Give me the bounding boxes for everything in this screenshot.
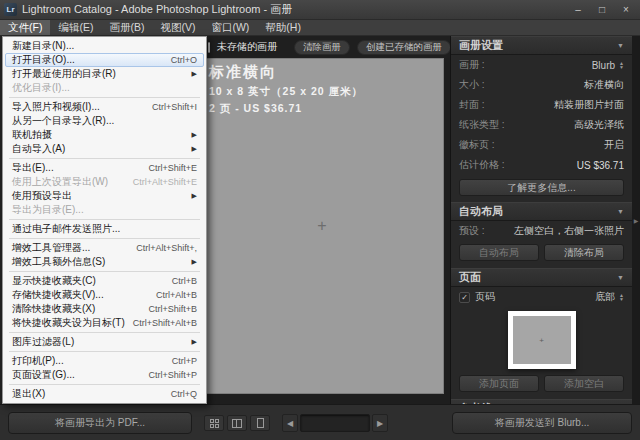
menu-separator	[9, 97, 200, 98]
menu-item[interactable]: 图库过滤器(L)▶	[5, 335, 204, 349]
menu-separator	[9, 384, 200, 385]
chevron-down-icon: ▼	[617, 208, 624, 215]
book-settings-header[interactable]: 画册设置 ▼	[451, 36, 632, 55]
menu-item[interactable]: 打印机(P)...Ctrl+P	[5, 354, 204, 368]
menu-item[interactable]: 新建目录(N)...	[5, 39, 204, 53]
menu-separator	[9, 219, 200, 220]
estimated-price-row: 估计价格 : US $36.71	[451, 155, 632, 175]
menu-item-label: 使用上次设置导出(W)	[12, 175, 108, 189]
menu-item-label: 导出为目录(E)...	[12, 203, 84, 217]
menu-item[interactable]: 从另一个目录导入(R)...	[5, 114, 204, 128]
right-panel-collapse-arrow[interactable]: ▶	[632, 36, 640, 404]
menu-item[interactable]: 增效工具管理器...Ctrl+Alt+Shift+,	[5, 241, 204, 255]
menu-item-shortcut: Ctrl+P	[172, 356, 197, 366]
file-menu: 新建目录(N)...打开目录(O)...Ctrl+O打开最近使用的目录(R)▶优…	[2, 36, 207, 404]
menu-item[interactable]: 增效工具额外信息(S)▶	[5, 255, 204, 269]
create-saved-book-button[interactable]: 创建已存储的画册	[357, 40, 451, 55]
maximize-icon[interactable]: □	[590, 2, 614, 18]
multi-page-view-button[interactable]	[204, 415, 224, 431]
auto-layout-button[interactable]: 自动布局	[459, 244, 539, 261]
menu-item[interactable]: 存储快捷收藏夹(V)...Ctrl+Alt+B	[5, 288, 204, 302]
crosshair-icon: +	[539, 336, 544, 345]
preview-area: + 标准横向 10 x 8 英寸（25 x 20 厘米） 2 页 - US $3…	[200, 58, 450, 404]
bottom-toolbar: 将画册导出为 PDF... ◀ ▶ 将画册发送到 Blurb...	[0, 404, 640, 440]
menu-item-shortcut: Ctrl+Alt+Shift+E	[133, 177, 197, 187]
setting-label: 徽标页 :	[459, 138, 495, 152]
menubar-item-2[interactable]: 编辑(E)	[50, 20, 101, 35]
add-blank-button[interactable]: 添加空白	[544, 375, 624, 392]
right-panel: 画册设置 ▼ 画册 : Blurb ▲ ▼ 大小 :标准横向封面 :精装册图片封…	[450, 36, 632, 404]
clear-layout-button[interactable]: 清除布局	[544, 244, 624, 261]
menu-item[interactable]: 页面设置(G)...Ctrl+Shift+P	[5, 368, 204, 382]
menu-item-label: 导入照片和视频(I)...	[12, 100, 100, 114]
page-thumbnail-area: +	[451, 307, 632, 372]
chevron-down-icon: ▼	[617, 274, 624, 281]
spread-view-button[interactable]	[227, 415, 247, 431]
preset-dropdown[interactable]: 左侧空白，右侧一张照片	[514, 224, 624, 238]
menu-item-label: 退出(X)	[12, 387, 45, 401]
book-settings-section: 画册设置 ▼ 画册 : Blurb ▲ ▼ 大小 :标准横向封面 :精装册图片封…	[451, 36, 632, 196]
menu-item[interactable]: 清除快捷收藏夹(X)Ctrl+Shift+B	[5, 302, 204, 316]
book-vendor-dropdown[interactable]: Blurb ▲ ▼	[592, 60, 624, 71]
previous-page-button[interactable]: ◀	[282, 414, 298, 432]
menu-item-label: 使用预设导出	[12, 189, 72, 203]
book-icon	[208, 42, 210, 53]
menu-item-label: 从另一个目录导入(R)...	[12, 114, 114, 128]
menu-item-label: 通过电子邮件发送照片...	[12, 222, 120, 236]
menu-separator	[9, 238, 200, 239]
menubar-item-5[interactable]: 窗口(W)	[203, 20, 257, 35]
menu-item-label: 新建目录(N)...	[12, 39, 74, 53]
export-pdf-button[interactable]: 将画册导出为 PDF...	[8, 412, 192, 434]
menu-item[interactable]: 联机拍摄▶	[5, 128, 204, 142]
auto-layout-header[interactable]: 自动布局 ▼	[451, 202, 632, 221]
menu-item[interactable]: 退出(X)Ctrl+Q	[5, 387, 204, 401]
menubar-item-6[interactable]: 帮助(H)	[257, 20, 309, 35]
menubar-item-4[interactable]: 视图(V)	[152, 20, 203, 35]
menu-item[interactable]: 通过电子邮件发送照片...	[5, 222, 204, 236]
menu-item[interactable]: 自动导入(A)▶	[5, 142, 204, 156]
clear-book-button[interactable]: 清除画册	[294, 40, 350, 55]
menu-item-shortcut: Ctrl+Shift+P	[148, 370, 197, 380]
send-to-blurb-button[interactable]: 将画册发送到 Blurb...	[452, 412, 632, 434]
menu-item[interactable]: 显示快捷收藏夹(C)Ctrl+B	[5, 274, 204, 288]
page-thumbnail[interactable]: +	[508, 311, 576, 369]
book-pages-price: 2 页 - US $36.71	[209, 102, 363, 116]
setting-value-dropdown[interactable]: 高级光泽纸	[574, 118, 624, 132]
lightroom-app-icon: Lr	[4, 3, 17, 16]
setting-value-dropdown[interactable]: 标准横向	[584, 78, 624, 92]
learn-more-button[interactable]: 了解更多信息...	[459, 179, 624, 196]
menu-item-shortcut: Ctrl+Q	[171, 389, 197, 399]
menu-item[interactable]: 将快捷收藏夹设为目标(T)Ctrl+Shift+Alt+B	[5, 316, 204, 330]
menubar-item-3[interactable]: 画册(B)	[101, 20, 152, 35]
page-number-label: 页码	[475, 290, 595, 304]
single-page-view-button[interactable]	[250, 415, 270, 431]
setting-value-dropdown[interactable]: 开启	[604, 138, 624, 152]
menu-item[interactable]: 导出(E)...Ctrl+Shift+E	[5, 161, 204, 175]
book-dimensions: 10 x 8 英寸（25 x 20 厘米）	[209, 85, 363, 99]
menu-item[interactable]: 使用预设导出▶	[5, 189, 204, 203]
menu-separator	[9, 158, 200, 159]
book-vendor-row: 画册 : Blurb ▲ ▼	[451, 55, 632, 75]
close-icon[interactable]: ×	[614, 2, 638, 18]
next-page-button[interactable]: ▶	[372, 414, 388, 432]
minimize-icon[interactable]: –	[566, 2, 590, 18]
menu-item-shortcut: Ctrl+O	[171, 55, 197, 65]
book-setting-row: 封面 :精装册图片封面	[451, 95, 632, 115]
menu-item-shortcut: Ctrl+Alt+B	[156, 290, 197, 300]
page-number-checkbox[interactable]: ✓	[459, 292, 470, 303]
page-number-position-dropdown[interactable]: 底部 ▲ ▼	[595, 290, 624, 304]
setting-value-dropdown[interactable]: 精装册图片封面	[554, 98, 624, 112]
menu-item-shortcut: Ctrl+Shift+I	[152, 102, 197, 112]
menu-item[interactable]: 打开目录(O)...Ctrl+O	[5, 53, 204, 67]
setting-label: 画册 :	[459, 58, 485, 72]
chevron-down-icon: ▼	[617, 42, 624, 49]
menu-item-label: 导出(E)...	[12, 161, 54, 175]
add-page-button[interactable]: 添加页面	[459, 375, 539, 392]
menubar-item-1[interactable]: 文件(F)	[0, 20, 50, 35]
menu-item[interactable]: 导入照片和视频(I)...Ctrl+Shift+I	[5, 100, 204, 114]
menu-item[interactable]: 打开最近使用的目录(R)▶	[5, 67, 204, 81]
page-header[interactable]: 页面 ▼	[451, 268, 632, 287]
chevron-right-icon: ▶	[192, 258, 197, 266]
menu-item-label: 图库过滤器(L)	[12, 335, 74, 349]
section-title: 自动布局	[459, 204, 503, 219]
